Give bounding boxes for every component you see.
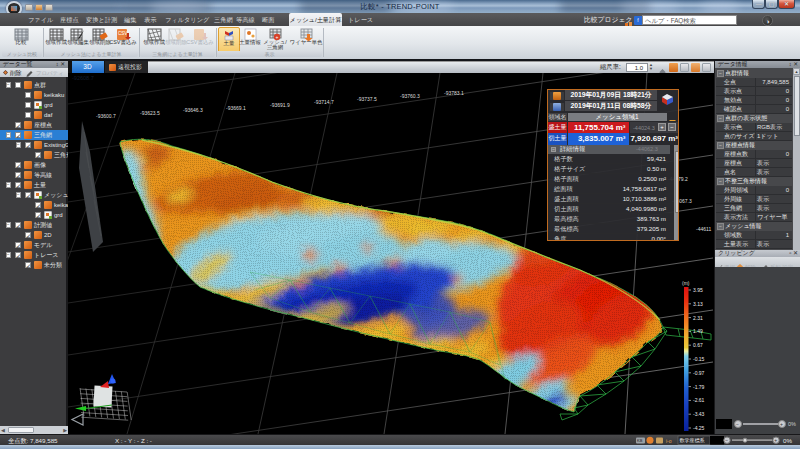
svg-text:3.13: 3.13	[693, 301, 703, 307]
svg-text:-1.79: -1.79	[693, 384, 705, 390]
svg-text:+: +	[774, 437, 777, 443]
svg-text:-93646.3: -93646.3	[183, 107, 203, 113]
svg-text:1.49: 1.49	[693, 328, 703, 334]
svg-text:−: −	[736, 421, 739, 427]
svg-text:-93760.3: -93760.3	[400, 93, 420, 99]
svg-text:削除: 削除	[10, 69, 22, 77]
svg-text:-44611: -44611	[696, 226, 711, 232]
svg-text:0%: 0%	[788, 421, 796, 427]
svg-text:(m): (m)	[682, 280, 690, 286]
svg-text:-2.61: -2.61	[693, 397, 705, 403]
svg-text:0.67: 0.67	[693, 342, 703, 348]
svg-text:i-o: i-o	[666, 438, 672, 444]
svg-text:-93783.1: -93783.1	[444, 90, 464, 96]
svg-text:−: −	[725, 437, 728, 443]
svg-text:2.31: 2.31	[693, 315, 703, 321]
svg-text:プロパティ: プロパティ	[36, 70, 64, 77]
svg-text:-93600.7: -93600.7	[96, 113, 116, 119]
svg-text:-93669.1: -93669.1	[226, 105, 246, 111]
svg-text:-93714.7: -93714.7	[314, 99, 334, 105]
svg-text:-93623.5: -93623.5	[140, 110, 160, 116]
svg-text:+: +	[780, 421, 783, 427]
svg-text:-4.25: -4.25	[693, 425, 705, 431]
svg-text:3.95: 3.95	[693, 287, 703, 293]
svg-text:-92608.7: -92608.7	[72, 75, 94, 81]
svg-text:-0.97: -0.97	[693, 370, 705, 376]
svg-text:-3.43: -3.43	[693, 411, 705, 417]
svg-text:-93691.9: -93691.9	[270, 102, 290, 108]
svg-text:KB: KB	[637, 438, 643, 443]
svg-text:数学座標系: 数学座標系	[680, 437, 705, 444]
svg-text:-93737.5: -93737.5	[357, 96, 377, 102]
svg-text:-0.15: -0.15	[693, 356, 705, 362]
svg-text:CSV: CSV	[118, 31, 127, 36]
